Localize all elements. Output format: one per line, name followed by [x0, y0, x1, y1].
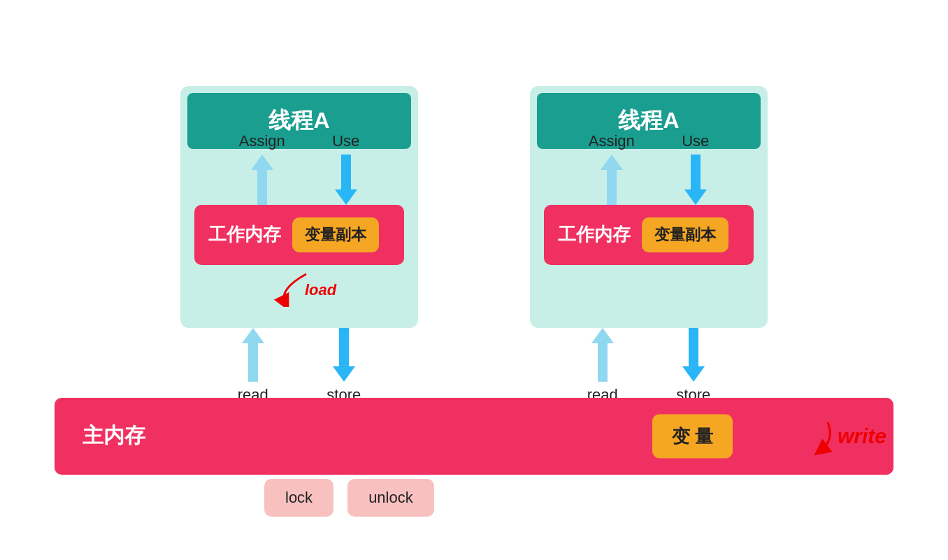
- left-thread-card: 线程A Assign Use: [180, 86, 418, 328]
- right-work-mem-card: 工作内存 变量副本: [544, 205, 754, 265]
- left-thread-label: 线程A: [268, 108, 329, 133]
- left-diagram: 线程A Assign Use: [180, 86, 418, 398]
- full-layout: 线程A Assign Use: [55, 86, 893, 475]
- right-diagram: 线程A Assign Use: [530, 86, 768, 398]
- left-work-mem-card: 工作内存 变量副本: [194, 205, 404, 265]
- write-arrow-svg: [779, 415, 835, 457]
- left-assign-label: Assign: [239, 132, 285, 150]
- lock-badge: lock: [264, 479, 333, 517]
- left-load-label: load: [305, 281, 336, 299]
- write-label: write: [838, 424, 886, 448]
- left-use-label: Use: [332, 132, 359, 150]
- right-work-mem-label: 工作内存: [558, 222, 631, 247]
- right-thread-card: 线程A Assign Use: [530, 86, 768, 328]
- right-assign-label: Assign: [589, 132, 635, 150]
- left-work-mem-label: 工作内存: [208, 222, 281, 247]
- right-thread-header: 线程A: [537, 93, 761, 149]
- right-var-copy-badge: 变量副本: [642, 217, 728, 252]
- left-thread-header: 线程A: [187, 93, 411, 149]
- right-use-label: Use: [682, 132, 709, 150]
- main-mem-label: 主内存: [82, 422, 145, 450]
- left-var-copy-badge: 变量副本: [292, 217, 379, 252]
- unlock-badge: unlock: [347, 479, 434, 517]
- main-mem-bar: 主内存 变 量 write: [55, 398, 893, 475]
- top-diagrams-row: 线程A Assign Use: [180, 86, 768, 398]
- main-container: 线程A Assign Use: [0, 0, 948, 560]
- variable-badge: 变 量: [652, 414, 733, 458]
- right-thread-label: 线程A: [618, 108, 679, 133]
